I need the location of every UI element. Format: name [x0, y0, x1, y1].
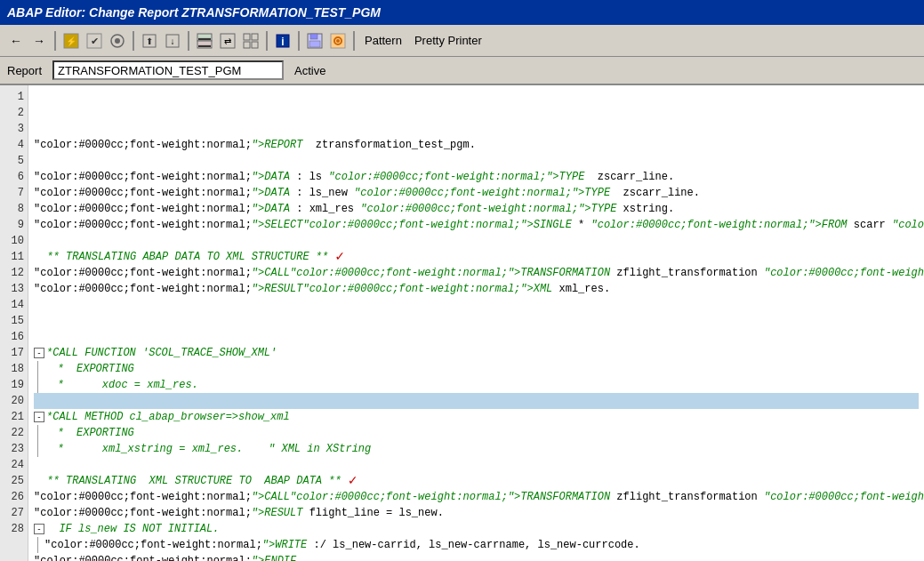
code-line-8 [34, 233, 919, 249]
title-text: ABAP Editor: Change Report ZTRANSFORMATI… [7, 5, 381, 20]
svg-rect-17 [252, 34, 258, 40]
insert-statement-button[interactable]: ↓ [162, 30, 183, 52]
svg-rect-16 [244, 34, 250, 40]
svg-text:⬆: ⬆ [146, 36, 153, 46]
line-number-14: 14 [0, 297, 28, 313]
line-number-25: 25 [0, 473, 28, 489]
code-line-27: "color:#0000cc;font-weight:normal;">WRIT… [34, 537, 919, 553]
line-number-17: 17 [0, 345, 28, 361]
info-button[interactable]: i [272, 30, 293, 52]
collapse-icon-26[interactable]: - [34, 524, 44, 534]
line-number-3: 3 [0, 121, 28, 137]
svg-text:⚡: ⚡ [66, 36, 77, 47]
replace-button[interactable]: ⇄ [217, 30, 238, 52]
find-button[interactable]: ▬▬▬▬ [194, 30, 215, 52]
report-bar: Report Active [0, 57, 924, 85]
line-number-2: 2 [0, 105, 28, 121]
execute-button[interactable] [107, 30, 128, 52]
svg-text:▬▬: ▬▬ [198, 42, 211, 48]
report-label: Report [7, 64, 42, 77]
line-number-5: 5 [0, 153, 28, 169]
svg-rect-23 [310, 34, 317, 39]
code-line-4: "color:#0000cc;font-weight:normal;">DATA… [34, 169, 919, 185]
code-line-13 [34, 313, 919, 329]
forward-button[interactable]: → [28, 30, 50, 52]
back-button[interactable]: ← [5, 30, 27, 52]
code-line-22 [34, 457, 919, 473]
code-line-6: "color:#0000cc;font-weight:normal;">DATA… [34, 201, 919, 217]
separator-1 [54, 31, 56, 51]
report-name-field[interactable] [52, 60, 284, 80]
svg-rect-24 [309, 41, 320, 47]
code-line-23: ** TRANSLATING XML STRUCTURE TO ABAP DAT… [34, 473, 919, 489]
line-number-7: 7 [0, 185, 28, 201]
code-content[interactable]: "color:#0000cc;font-weight:normal;">REPO… [28, 85, 924, 561]
code-line-20: * EXPORTING [34, 425, 919, 441]
settings-button[interactable] [327, 30, 349, 52]
line-number-22: 22 [0, 425, 28, 441]
pattern-button[interactable]: Pattern [359, 32, 407, 49]
code-line-15: -*CALL FUNCTION 'SCOL_TRACE_SHOW_XML' [34, 345, 919, 361]
code-area: 1234567891011121314151617181920212223242… [0, 85, 924, 561]
line-number-10: 10 [0, 233, 28, 249]
collapse-icon-15[interactable]: - [34, 348, 44, 358]
line-number-6: 6 [0, 169, 28, 185]
line-numbers: 1234567891011121314151617181920212223242… [0, 85, 28, 561]
separator-3 [188, 31, 189, 51]
title-bar: ABAP Editor: Change Report ZTRANSFORMATI… [0, 0, 924, 25]
separator-4 [266, 31, 268, 51]
indent-bar [37, 441, 44, 457]
line-number-28: 28 [0, 521, 28, 537]
code-line-19: -*CALL METHOD cl_abap_browser=>show_xml [34, 409, 919, 425]
code-line-28: "color:#0000cc;font-weight:normal;">ENDI… [34, 553, 919, 561]
svg-text:⇄: ⇄ [224, 36, 231, 46]
line-number-21: 21 [0, 409, 28, 425]
line-number-20: 20 [0, 393, 28, 409]
svg-rect-19 [252, 42, 258, 48]
code-line-24: "color:#0000cc;font-weight:normal;">CALL… [34, 489, 919, 505]
svg-point-27 [336, 39, 340, 43]
line-number-27: 27 [0, 505, 28, 521]
code-line-26: - IF ls_new IS NOT INITIAL. [34, 521, 919, 537]
line-number-11: 11 [0, 249, 28, 265]
code-line-18 [34, 393, 919, 409]
line-number-16: 16 [0, 329, 28, 345]
line-number-13: 13 [0, 281, 28, 297]
line-number-18: 18 [0, 361, 28, 377]
toolbar: ← → ⚡ ✔ ⬆ ↓ ▬▬▬▬ ⇄ i Pattern Pretty Prin… [0, 25, 924, 57]
line-number-26: 26 [0, 489, 28, 505]
indent-bar [37, 377, 44, 393]
checkmark-9: ✓ [335, 249, 344, 265]
layout-button[interactable] [240, 30, 261, 52]
code-line-12 [34, 297, 919, 313]
svg-text:↓: ↓ [171, 36, 175, 46]
line-number-19: 19 [0, 377, 28, 393]
code-line-3 [34, 153, 919, 169]
svg-text:i: i [281, 36, 284, 48]
line-number-24: 24 [0, 457, 28, 473]
code-line-21: * xml_xstring = xml_res. " XML in XStrin… [34, 441, 919, 457]
activate-button[interactable]: ⚡ [60, 30, 82, 52]
save-button[interactable] [304, 30, 325, 52]
line-number-1: 1 [0, 89, 28, 105]
separator-6 [353, 31, 355, 51]
code-line-14 [34, 329, 919, 345]
upload-button[interactable]: ⬆ [139, 30, 160, 52]
pretty-printer-button[interactable]: Pretty Printer [409, 32, 487, 49]
collapse-icon-19[interactable]: - [34, 412, 44, 422]
separator-2 [133, 31, 134, 51]
code-line-10: "color:#0000cc;font-weight:normal;">CALL… [34, 265, 919, 281]
line-number-12: 12 [0, 265, 28, 281]
report-status: Active [294, 64, 325, 77]
code-line-16: * EXPORTING [34, 361, 919, 377]
line-number-15: 15 [0, 313, 28, 329]
code-line-1 [34, 121, 919, 137]
check-syntax-button[interactable]: ✔ [84, 30, 105, 52]
code-line-5: "color:#0000cc;font-weight:normal;">DATA… [34, 185, 919, 201]
svg-text:✔: ✔ [91, 36, 99, 46]
indent-bar-27 [37, 537, 44, 553]
code-line-9: ** TRANSLATING ABAP DATA TO XML STRUCTUR… [34, 249, 919, 265]
svg-text:▬▬: ▬▬ [198, 35, 211, 41]
code-line-11: "color:#0000cc;font-weight:normal;">RESU… [34, 281, 919, 297]
svg-point-5 [115, 38, 120, 44]
